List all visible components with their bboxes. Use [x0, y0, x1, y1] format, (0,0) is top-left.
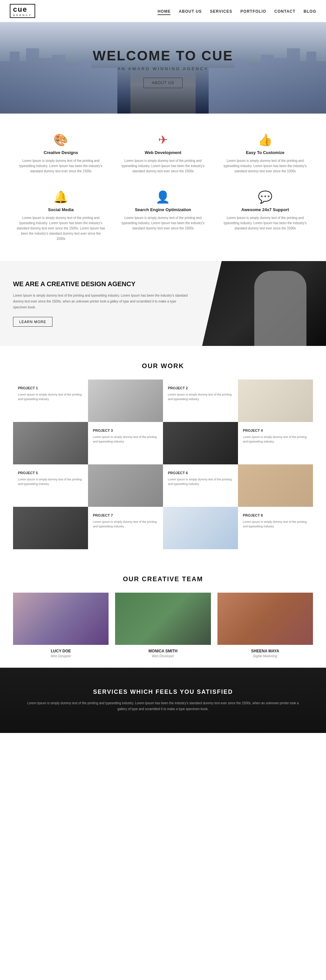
hero-content: WELCOME TO CUE AN AWARD WINNING AGENCY A…: [93, 48, 233, 88]
work-project-title-7: PROJECT 4: [243, 428, 308, 433]
team-name-1: MONICA SMITH: [115, 649, 210, 653]
feature-icon-5: 💬: [221, 190, 310, 204]
nav-link-blog[interactable]: BLOG: [304, 9, 316, 14]
feature-desc-0: Lorem Ipsum is simply dummy text of the …: [16, 158, 105, 174]
work-item-3[interactable]: [238, 380, 313, 422]
hero-title: WELCOME TO CUE: [93, 48, 233, 64]
work-project-img-11: [238, 465, 313, 507]
learn-more-button[interactable]: LEARN MORE: [13, 317, 52, 327]
work-project-title-8: PROJECT 5: [18, 471, 83, 475]
work-item-15[interactable]: PROJECT 8Lorem Ipsum is simply dummy tex…: [238, 507, 313, 549]
work-project-desc-5: Lorem Ipsum is simply dummy text of the …: [93, 435, 158, 444]
team-role-1: Web Developer: [115, 654, 210, 658]
navbar: cue AGENCY HOMEABOUT USSERVICESPORTFOLIO…: [0, 0, 326, 22]
team-member-0: LUCY DOEWeb Designer: [13, 593, 109, 658]
feature-item-1: ✈Web DevelopmentLorem Ipsum is simply du…: [115, 130, 210, 177]
work-project-desc-10: Lorem Ipsum is simply dummy text of the …: [168, 477, 233, 486]
work-project-desc-0: Lorem Ipsum is simply dummy text of the …: [18, 393, 83, 401]
work-project-img-9: [88, 465, 163, 507]
work-item-12[interactable]: [13, 507, 88, 549]
work-project-img-3: [238, 380, 313, 422]
hero-about-button[interactable]: ABOUT US: [144, 78, 182, 88]
logo-sub: AGENCY: [13, 14, 32, 17]
feature-item-0: 🎨Creative DesignsLorem Ipsum is simply d…: [13, 130, 109, 177]
team-section-title: OUR CREATIVE TEAM: [13, 575, 313, 583]
feature-desc-4: Lorem Ipsum is simply dummy text of the …: [118, 215, 207, 231]
feature-icon-2: 👍: [221, 133, 310, 147]
work-grid: PROJECT 1Lorem Ipsum is simply dummy tex…: [13, 380, 313, 549]
work-item-0[interactable]: PROJECT 1Lorem Ipsum is simply dummy tex…: [13, 380, 88, 422]
team-section: OUR CREATIVE TEAM LUCY DOEWeb DesignerMO…: [0, 559, 326, 668]
team-photo-1: [115, 593, 210, 645]
feature-title-3: Social Media: [16, 207, 105, 212]
work-project-desc-15: Lorem Ipsum is simply dummy text of the …: [243, 520, 308, 529]
work-item-13[interactable]: PROJECT 7Lorem Ipsum is simply dummy tex…: [88, 507, 163, 549]
work-project-img-14: [163, 507, 238, 549]
work-item-6[interactable]: [163, 422, 238, 465]
footer-title: SERVICES WHICH FEELS YOU SATISFIED: [93, 689, 233, 695]
work-project-title-15: PROJECT 8: [243, 513, 308, 517]
work-item-8[interactable]: PROJECT 5Lorem Ipsum is simply dummy tex…: [13, 465, 88, 507]
agency-desc: Lorem Ipsum is simply dummy text of the …: [13, 293, 189, 310]
nav-link-services[interactable]: SERVICES: [210, 9, 232, 14]
feature-icon-1: ✈: [118, 133, 207, 147]
work-item-2[interactable]: PROJECT 2Lorem Ipsum is simply dummy tex…: [163, 380, 238, 422]
work-project-desc-2: Lorem Ipsum is simply dummy text of the …: [168, 393, 233, 401]
work-item-10[interactable]: PROJECT 6Lorem Ipsum is simply dummy tex…: [163, 465, 238, 507]
logo-text: cue: [13, 5, 27, 13]
agency-text: WE ARE A CREATIVE DESIGN AGENCY Lorem Ip…: [0, 261, 202, 346]
nav-link-portfolio[interactable]: PORTFOLIO: [241, 9, 266, 14]
work-item-9[interactable]: [88, 465, 163, 507]
feature-item-4: 👤Search Engine OptimizationLorem Ipsum i…: [115, 187, 210, 245]
work-project-img-6: [163, 422, 238, 465]
person-figure: [254, 271, 307, 346]
features-section: 🎨Creative DesignsLorem Ipsum is simply d…: [0, 114, 326, 255]
feature-desc-3: Lorem Ipsum is simply dummy text of the …: [16, 215, 105, 242]
work-item-7[interactable]: PROJECT 4Lorem Ipsum is simply dummy tex…: [238, 422, 313, 465]
team-role-0: Web Designer: [13, 654, 109, 658]
team-member-2: SHEENA MAYADigital Marketing: [217, 593, 313, 658]
agency-title: WE ARE A CREATIVE DESIGN AGENCY: [13, 280, 189, 288]
work-item-4[interactable]: [13, 422, 88, 465]
team-photo-0: [13, 593, 109, 645]
feature-title-2: Easy To Customize: [221, 150, 310, 155]
team-role-2: Digital Marketing: [217, 654, 313, 658]
our-work-section: OUR WORK PROJECT 1Lorem Ipsum is simply …: [0, 346, 326, 559]
work-item-14[interactable]: [163, 507, 238, 549]
agency-section: WE ARE A CREATIVE DESIGN AGENCY Lorem Ip…: [0, 261, 326, 346]
team-grid: LUCY DOEWeb DesignerMONICA SMITHWeb Deve…: [13, 593, 313, 658]
work-project-img-1: [88, 380, 163, 422]
work-project-desc-13: Lorem Ipsum is simply dummy text of the …: [93, 520, 158, 529]
feature-icon-4: 👤: [118, 190, 207, 204]
logo[interactable]: cue AGENCY: [10, 4, 35, 18]
work-project-title-10: PROJECT 6: [168, 471, 233, 475]
work-item-5[interactable]: PROJECT 3Lorem Ipsum is simply dummy tex…: [88, 422, 163, 465]
feature-title-0: Creative Designs: [16, 150, 105, 155]
work-project-title-13: PROJECT 7: [93, 513, 158, 517]
nav-links: HOMEABOUT USSERVICESPORTFOLIOCONTACTBLOG: [157, 8, 316, 14]
work-project-title-0: PROJECT 1: [18, 386, 83, 390]
nav-link-home[interactable]: HOME: [157, 9, 171, 15]
agency-image: [202, 261, 326, 346]
feature-desc-5: Lorem Ipsum is simply dummy text of the …: [221, 215, 310, 231]
feature-item-5: 💬Awesome 24x7 SupportLorem Ipsum is simp…: [217, 187, 313, 245]
work-item-11[interactable]: [238, 465, 313, 507]
work-item-1[interactable]: [88, 380, 163, 422]
hero-section: WELCOME TO CUE AN AWARD WINNING AGENCY A…: [0, 22, 326, 114]
feature-title-5: Awesome 24x7 Support: [221, 207, 310, 212]
feature-icon-3: 🔔: [16, 190, 105, 204]
work-project-title-5: PROJECT 3: [93, 428, 158, 433]
feature-icon-0: 🎨: [16, 133, 105, 147]
footer-section: SERVICES WHICH FEELS YOU SATISFIED Lorem…: [0, 668, 326, 733]
nav-link-about-us[interactable]: ABOUT US: [179, 9, 202, 14]
work-project-img-4: [13, 422, 88, 465]
team-name-0: LUCY DOE: [13, 649, 109, 653]
nav-link-contact[interactable]: CONTACT: [274, 9, 296, 14]
feature-item-3: 🔔Social MediaLorem Ipsum is simply dummy…: [13, 187, 109, 245]
work-project-title-2: PROJECT 2: [168, 386, 233, 390]
work-project-img-12: [13, 507, 88, 549]
feature-desc-1: Lorem Ipsum is simply dummy text of the …: [118, 158, 207, 174]
team-name-2: SHEENA MAYA: [217, 649, 313, 653]
feature-item-2: 👍Easy To CustomizeLorem Ipsum is simply …: [217, 130, 313, 177]
team-photo-2: [217, 593, 313, 645]
